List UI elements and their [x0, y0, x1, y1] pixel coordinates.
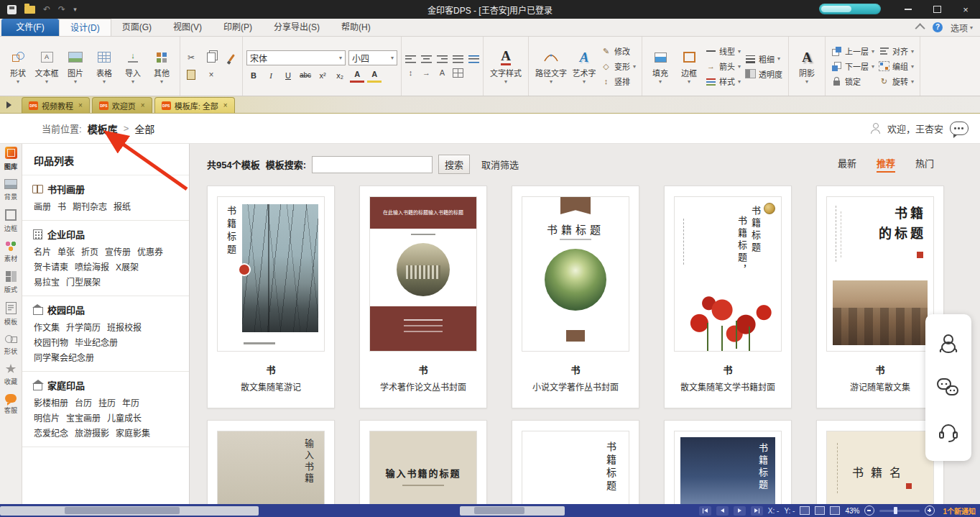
- insert-shape-button[interactable]: 形状 ▾: [4, 38, 32, 94]
- layer-down-button[interactable]: 下一层 ▾: [831, 60, 874, 72]
- sort-recommended[interactable]: 推荐: [877, 156, 895, 173]
- menu-tab-design[interactable]: 设计(D): [59, 19, 111, 36]
- fill-button[interactable]: 填充 ▾: [646, 38, 675, 94]
- arrow-style-button[interactable]: → 箭头 ▾: [706, 60, 741, 72]
- category-item[interactable]: 儿童成长: [107, 411, 142, 424]
- section-header-family[interactable]: 家庭印品: [32, 378, 179, 392]
- font-color-button[interactable]: A: [350, 68, 364, 83]
- doc-tab-template-library[interactable]: DPS 模板库: 全部 ×: [154, 97, 235, 113]
- message-icon[interactable]: [950, 122, 969, 135]
- rail-item-border[interactable]: 边框: [4, 209, 18, 233]
- zoom-in-button[interactable]: [925, 505, 935, 516]
- template-cover[interactable]: 书籍标题: [522, 431, 629, 504]
- modify-button[interactable]: ✎ 修改: [601, 45, 636, 57]
- layer-up-button[interactable]: 上一层 ▾: [831, 45, 874, 57]
- previous-page-button[interactable]: [716, 506, 729, 516]
- undo-icon[interactable]: ↶: [43, 5, 50, 14]
- view-mode-icon[interactable]: [800, 506, 810, 515]
- scrollbar-thumb[interactable]: [65, 507, 180, 514]
- border-button[interactable]: 边框 ▾: [675, 38, 703, 94]
- category-item[interactable]: 名片: [34, 245, 51, 257]
- rail-item-layout[interactable]: 版式: [4, 271, 18, 294]
- horizontal-scrollbar[interactable]: [0, 506, 259, 516]
- template-cover[interactable]: 在此输入书籍的标题输入书籍的标题: [369, 196, 477, 352]
- template-cover[interactable]: 书籍 的标题: [826, 196, 934, 352]
- rail-item-template[interactable]: 模板: [4, 302, 18, 326]
- align-distribute-icon[interactable]: [468, 55, 479, 63]
- template-card[interactable]: 书籍标题: [512, 420, 639, 504]
- copy-button[interactable]: [204, 51, 218, 64]
- sort-newest[interactable]: 最新: [838, 156, 856, 173]
- insert-other-button[interactable]: 其他 ▾: [147, 38, 176, 94]
- template-cover[interactable]: 输入书籍的标题: [369, 431, 477, 504]
- first-page-button[interactable]: [699, 506, 711, 516]
- italic-button[interactable]: I: [264, 69, 278, 81]
- scrollbar-thumb[interactable]: [474, 507, 524, 514]
- category-item[interactable]: 门型展架: [66, 275, 101, 288]
- category-item[interactable]: 恋爱纪念: [34, 426, 68, 439]
- zoom-out-button[interactable]: [864, 505, 874, 516]
- save-icon[interactable]: [7, 5, 17, 14]
- menu-tab-page[interactable]: 页面(G): [111, 19, 162, 36]
- category-item[interactable]: 年历: [122, 396, 139, 408]
- template-card[interactable]: 输入书籍的标题: [359, 420, 487, 504]
- wechat-icon[interactable]: [936, 377, 961, 398]
- align-justify-icon[interactable]: [453, 55, 463, 63]
- align-right-icon[interactable]: [437, 55, 448, 63]
- category-item[interactable]: 毕业纪念册: [75, 336, 118, 348]
- category-item[interactable]: 班报校报: [107, 321, 142, 333]
- lock-button[interactable]: 锁定: [831, 76, 874, 87]
- doc-tab-video-tutorial[interactable]: DPS 视频教程 ×: [22, 97, 90, 113]
- category-item[interactable]: 家庭影集: [116, 426, 150, 439]
- category-item[interactable]: 易拉宝: [34, 275, 60, 288]
- collapse-panel-icon[interactable]: [6, 101, 11, 109]
- open-folder-icon[interactable]: [24, 6, 35, 14]
- line-weight-button[interactable]: 粗细 ▾: [745, 53, 782, 65]
- menu-tab-help[interactable]: 帮助(H): [330, 19, 382, 36]
- subscript-button[interactable]: x₂: [333, 69, 347, 81]
- category-item[interactable]: 报纸: [114, 200, 131, 212]
- category-item[interactable]: 台历: [75, 396, 92, 408]
- template-cover[interactable]: 书籍名: [826, 431, 934, 504]
- template-cover[interactable]: 书籍标题: [217, 196, 325, 352]
- breadcrumb-template-library[interactable]: 模板库: [88, 122, 118, 136]
- menu-tab-view[interactable]: 视图(V): [162, 19, 213, 36]
- menu-tab-share-export[interactable]: 分享导出(S): [263, 19, 330, 36]
- template-cover[interactable]: 书籍标题 书籍标题，: [674, 196, 782, 352]
- zoom-slider[interactable]: [879, 510, 920, 512]
- template-cover[interactable]: 输入书籍: [217, 431, 325, 504]
- category-item[interactable]: 明信片: [34, 411, 60, 424]
- category-item[interactable]: 期刊杂志: [73, 200, 107, 212]
- underline-button[interactable]: U: [281, 69, 295, 81]
- template-card[interactable]: 书籍标题 书 散文集随笔游记: [207, 186, 335, 408]
- align-button[interactable]: 对齐 ▾: [879, 45, 914, 57]
- category-item[interactable]: 校园刊物: [34, 336, 68, 348]
- close-tab-icon[interactable]: ×: [141, 101, 145, 109]
- align-center-icon[interactable]: [421, 55, 432, 63]
- align-left-icon[interactable]: [405, 55, 416, 63]
- last-page-button[interactable]: [751, 506, 763, 516]
- category-item[interactable]: 作文集: [34, 321, 60, 333]
- breadcrumb-all[interactable]: 全部: [134, 122, 154, 136]
- text-grid-icon[interactable]: [453, 68, 463, 78]
- template-card[interactable]: 书籍标题 书籍标题， 书 散文集随笔文学书籍封面: [664, 186, 792, 408]
- category-item[interactable]: 宣传册: [105, 245, 131, 257]
- zoom-slider-thumb[interactable]: [894, 507, 897, 514]
- help-icon[interactable]: ?: [933, 22, 943, 32]
- cut-button[interactable]: ✂: [184, 51, 198, 64]
- opacity-button[interactable]: 透明度: [745, 68, 782, 80]
- menu-file-button[interactable]: 文件(F): [1, 19, 59, 36]
- template-cover[interactable]: 书籍标题: [522, 196, 629, 352]
- template-cover[interactable]: 书籍标题: [674, 431, 782, 504]
- next-page-button[interactable]: [734, 506, 746, 516]
- text-style-button[interactable]: A 文字样式 ▾: [487, 38, 524, 94]
- close-button[interactable]: ×: [951, 0, 980, 19]
- line-type-button[interactable]: 线型 ▾: [706, 45, 741, 57]
- shadow-button[interactable]: A 阴影 ▾: [792, 38, 821, 94]
- group-button[interactable]: 编组 ▾: [879, 60, 914, 72]
- rotate-button[interactable]: ↻ 旋转 ▾: [879, 76, 914, 87]
- font-size-select[interactable]: 小四 ▾: [348, 50, 397, 65]
- transform-button[interactable]: ◇ 变形 ▾: [601, 60, 636, 72]
- category-item[interactable]: 书: [57, 200, 66, 212]
- style-button[interactable]: 样式 ▾: [706, 76, 741, 87]
